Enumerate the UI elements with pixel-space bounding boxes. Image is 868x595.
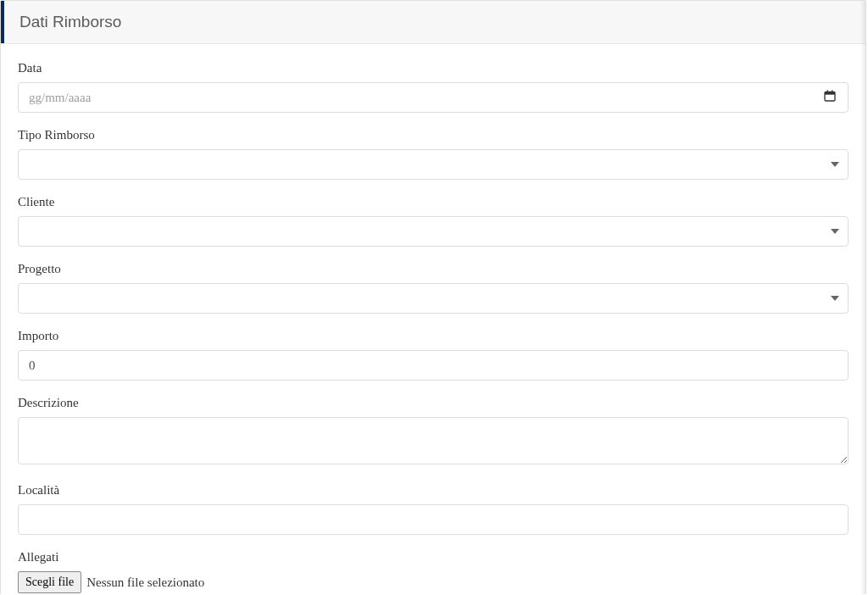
field-amount: Importo	[18, 329, 849, 381]
client-label: Cliente	[18, 195, 849, 209]
choose-file-button[interactable]: Scegli file	[18, 571, 81, 593]
date-input-wrapper	[18, 82, 849, 113]
field-attachments: Allegati Scegli file Nessun file selezio…	[18, 550, 849, 593]
field-date: Data	[18, 61, 849, 113]
amount-label: Importo	[18, 329, 849, 343]
date-label: Data	[18, 61, 849, 75]
project-label: Progetto	[18, 262, 849, 276]
field-description: Descrizione	[18, 396, 849, 468]
date-input[interactable]	[18, 82, 849, 113]
panel-header: Dati Rimborso	[1, 1, 865, 44]
field-client: Cliente	[18, 195, 849, 247]
type-select[interactable]	[18, 149, 849, 180]
type-label: Tipo Rimborso	[18, 128, 849, 142]
attachments-label: Allegati	[18, 550, 849, 564]
client-select[interactable]	[18, 216, 849, 247]
amount-input[interactable]	[18, 350, 849, 381]
location-input[interactable]	[18, 504, 849, 535]
description-label: Descrizione	[18, 396, 849, 410]
panel-title: Dati Rimborso	[19, 13, 849, 31]
field-project: Progetto	[18, 262, 849, 314]
file-row: Scegli file Nessun file selezionato	[18, 571, 849, 593]
panel-body: Data Tipo Rimborso Cliente	[1, 44, 865, 595]
reimbursement-panel: Dati Rimborso Data Tipo Rimborso	[0, 0, 866, 595]
field-location: Località	[18, 483, 849, 535]
location-label: Località	[18, 483, 849, 498]
project-select[interactable]	[18, 283, 849, 314]
description-textarea[interactable]	[18, 417, 849, 464]
file-status: Nessun file selezionato	[86, 576, 204, 590]
field-type: Tipo Rimborso	[18, 128, 849, 180]
